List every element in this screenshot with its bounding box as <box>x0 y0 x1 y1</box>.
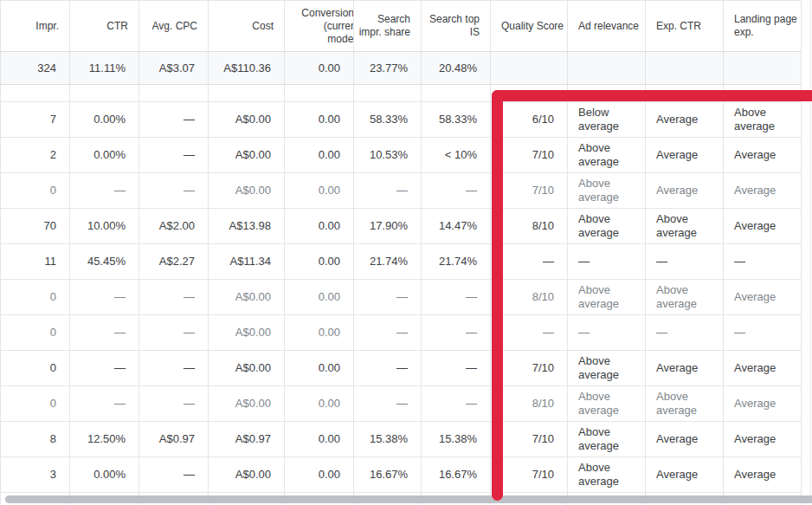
table-row: 20.00%—A$0.000.0010.53%< 10%7/10Above av… <box>1 138 802 173</box>
cell-ad-relevance: Above average <box>568 457 646 493</box>
cell-cost: A$0.00 <box>209 102 285 138</box>
cell-search-impr-share: 15.38% <box>354 422 422 457</box>
column-header-label: Avg. CPC <box>143 20 197 33</box>
table-row: 812.50%A$0.97A$0.970.0015.38%15.38%7/10A… <box>1 422 802 457</box>
cell-impr: 0 <box>1 280 70 315</box>
cell-cost: A$110.36 <box>209 52 285 85</box>
cell-impr: 324 <box>1 52 70 85</box>
cell-avg-cpc: — <box>139 351 209 386</box>
cell-impr: 3 <box>1 457 70 493</box>
cell-search-impr-share: 58.33% <box>354 102 422 138</box>
cell-landing-page-exp: — <box>724 315 802 351</box>
table-row: 1145.45%A$2.27A$11.340.0021.74%21.74%———… <box>1 244 802 280</box>
cell-search-top-is: 20.48% <box>422 52 491 85</box>
cell-avg-cpc: — <box>139 280 209 315</box>
cell-conversions-current-model: 0.00 <box>285 351 354 386</box>
column-header-conversions-current-model[interactable]: Conversions (current model) <box>285 1 354 52</box>
cell-conversions-current-model: 0.00 <box>285 138 354 173</box>
cell-impr: 8 <box>1 422 70 457</box>
column-header-search-top-is[interactable]: Search top IS <box>422 1 491 52</box>
cell-exp-ctr: Above average <box>646 209 724 244</box>
cell-ad-relevance: Above average <box>568 386 646 422</box>
column-header-quality-score[interactable]: Quality Score <box>491 1 568 52</box>
cell-cost: A$0.00 <box>209 315 285 351</box>
cell-search-impr-share: — <box>354 315 422 351</box>
cell-search-top-is: 21.74% <box>422 244 491 280</box>
cell-avg-cpc: — <box>139 138 209 173</box>
cell-avg-cpc: — <box>139 457 209 493</box>
cell-ctr: — <box>70 173 139 209</box>
cell-impr <box>1 85 70 102</box>
column-header-landing-page-exp[interactable]: Landing page exp. <box>724 1 802 52</box>
cell-search-impr-share: 17.90% <box>354 209 422 244</box>
cell-ad-relevance: — <box>568 315 646 351</box>
cell-ad-relevance: Above average <box>568 280 646 315</box>
cell-ad-relevance: Above average <box>568 209 646 244</box>
table-row: 30.00%—A$0.000.0016.67%16.67%7/10Above a… <box>1 457 802 493</box>
column-header-search-impr-share[interactable]: Search impr. share <box>354 1 422 52</box>
cell-avg-cpc <box>139 85 209 102</box>
cell-search-top-is: — <box>422 280 491 315</box>
column-header-ad-relevance[interactable]: Ad relevance <box>568 1 646 52</box>
highlight-annotation-left-line <box>492 90 503 501</box>
column-header-label: Exp. CTR <box>656 20 718 33</box>
cell-cost: A$0.00 <box>209 457 285 493</box>
cell-exp-ctr: — <box>646 244 724 280</box>
cell-avg-cpc: A$2.27 <box>139 244 209 280</box>
stats-table: Impr.CTRAvg. CPCCostConversions (current… <box>0 0 802 505</box>
column-header-label: Impr. <box>4 20 59 33</box>
cell-landing-page-exp: Average <box>724 351 802 386</box>
column-header-exp-ctr[interactable]: Exp. CTR <box>646 1 724 52</box>
cell-conversions-current-model: 0.00 <box>285 102 354 138</box>
cell-search-top-is: — <box>422 173 491 209</box>
cell-conversions-current-model: 0.00 <box>285 386 354 422</box>
cell-ctr: — <box>70 386 139 422</box>
cell-cost: A$0.00 <box>209 386 285 422</box>
cell-ctr <box>70 85 139 102</box>
cell-exp-ctr: Above average <box>646 280 724 315</box>
column-header-label: Conversions (current model) <box>285 7 354 46</box>
cell-avg-cpc: A$3.07 <box>139 52 209 85</box>
cell-search-top-is: — <box>422 351 491 386</box>
cell-cost: A$0.00 <box>209 138 285 173</box>
cell-ad-relevance <box>568 52 646 85</box>
cell-search-impr-share: — <box>354 351 422 386</box>
cell-ctr: 10.00% <box>70 209 139 244</box>
cell-search-top-is: — <box>422 315 491 351</box>
cell-search-impr-share: 23.77% <box>354 52 422 85</box>
cell-search-top-is: 14.47% <box>422 209 491 244</box>
column-header-avg-cpc[interactable]: Avg. CPC <box>139 1 209 52</box>
column-header-impr[interactable]: Impr. <box>1 1 70 52</box>
cell-exp-ctr: Average <box>646 102 724 138</box>
column-header-ctr[interactable]: CTR <box>70 1 139 52</box>
cell-landing-page-exp: Above average <box>724 102 802 138</box>
column-header-label: CTR <box>74 20 128 33</box>
cell-landing-page-exp: — <box>724 244 802 280</box>
cell-exp-ctr: Average <box>646 173 724 209</box>
cell-conversions-current-model: 0.00 <box>285 457 354 493</box>
cell-impr: 0 <box>1 351 70 386</box>
cell-ctr: — <box>70 315 139 351</box>
cell-search-impr-share: — <box>354 173 422 209</box>
table-row: 0——A$0.000.00——7/10Above averageAverageA… <box>1 351 802 386</box>
cell-exp-ctr: Average <box>646 457 724 493</box>
header-row: Impr.CTRAvg. CPCCostConversions (current… <box>1 1 802 52</box>
cell-exp-ctr <box>646 52 724 85</box>
cell-ctr: — <box>70 280 139 315</box>
cell-search-impr-share: 16.67% <box>354 457 422 493</box>
cell-landing-page-exp <box>724 52 802 85</box>
cell-conversions-current-model: 0.00 <box>285 173 354 209</box>
horizontal-scrollbar-thumb[interactable] <box>5 495 812 503</box>
cell-impr: 11 <box>1 244 70 280</box>
cell-ad-relevance: Below average <box>568 102 646 138</box>
cell-ctr: 0.00% <box>70 102 139 138</box>
cell-conversions-current-model <box>285 85 354 102</box>
column-header-label: Cost <box>212 20 274 33</box>
column-header-cost[interactable]: Cost <box>209 1 285 52</box>
table-body: 32411.11%A$3.07A$110.360.0023.77%20.48%7… <box>1 52 802 505</box>
cell-exp-ctr: — <box>646 315 724 351</box>
summary-row: 32411.11%A$3.07A$110.360.0023.77%20.48% <box>1 52 802 85</box>
cell-search-top-is <box>422 85 491 102</box>
cell-conversions-current-model: 0.00 <box>285 422 354 457</box>
cell-landing-page-exp: Average <box>724 422 802 457</box>
